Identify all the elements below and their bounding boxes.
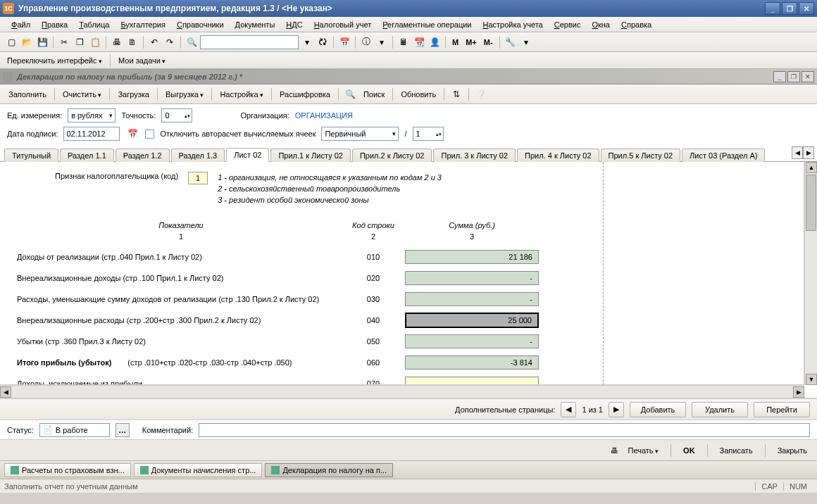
unit-select[interactable]: в рублях — [68, 108, 116, 122]
goto-page-button[interactable]: Перейти — [754, 402, 810, 417]
delete-page-button[interactable]: Удалить — [692, 402, 748, 417]
tab-title-page[interactable]: Титульный — [4, 149, 58, 162]
add-page-button[interactable]: Добавить — [630, 402, 686, 417]
value-cell[interactable]: - — [405, 292, 539, 306]
menu-nds[interactable]: НДС — [280, 18, 308, 31]
doc-minimize-button[interactable]: _ — [773, 71, 786, 82]
tab-sheet-03a[interactable]: Лист 03 (Раздел А) — [682, 149, 765, 162]
doc-close-button[interactable]: ✕ — [802, 71, 814, 82]
redo-icon[interactable]: ↷ — [163, 35, 177, 49]
scroll-thumb[interactable] — [806, 175, 816, 231]
tab-scroll-left-button[interactable]: ◀ — [792, 146, 803, 159]
search-button[interactable]: Поиск — [361, 89, 387, 100]
tab-app4-sheet02[interactable]: Прил. 4 к Листу 02 — [517, 149, 599, 162]
close-button[interactable]: ✕ — [799, 2, 814, 15]
help-icon[interactable]: ❔ — [474, 87, 488, 101]
info-icon[interactable]: ⓘ — [359, 35, 373, 49]
tab-app2-sheet02[interactable]: Прил.2 к Листу 02 — [352, 149, 432, 162]
date-picker-icon[interactable]: 📅 — [125, 127, 139, 141]
tab-section-1-3[interactable]: Раздел 1.3 — [171, 149, 225, 162]
task-accrual-docs[interactable]: Документы начисления стр... — [134, 463, 263, 477]
menu-routine[interactable]: Регламентные операции — [377, 18, 477, 31]
search-next-icon[interactable]: ▾ — [300, 35, 314, 49]
value-cell[interactable]: 25 000 — [405, 313, 539, 328]
user-icon[interactable]: 👤 — [428, 35, 442, 49]
menu-catalogs[interactable]: Справочники — [171, 18, 230, 31]
value-cell[interactable]: -3 814 — [405, 355, 539, 370]
pager-prev-button[interactable]: ◀ — [561, 402, 576, 417]
vertical-scrollbar[interactable]: ▲ ▼ — [804, 162, 817, 385]
horizontal-scrollbar[interactable]: ◀ ▶ — [0, 385, 804, 398]
memory-m-button[interactable]: M — [449, 38, 461, 46]
scroll-right-button[interactable]: ▶ — [793, 386, 804, 398]
task-insurance[interactable]: Расчеты по страховым взн... — [4, 463, 131, 477]
info-dd-icon[interactable]: ▾ — [375, 35, 389, 49]
scroll-up-button[interactable]: ▲ — [806, 162, 817, 173]
taxpayer-sign-code[interactable]: 1 — [188, 172, 208, 184]
switch-interface-button[interactable]: Переключить интерфейс — [4, 55, 105, 66]
value-cell[interactable]: - — [405, 377, 539, 385]
tab-app3-sheet02[interactable]: Прил. 3 к Листу 02 — [433, 149, 516, 162]
tab-sheet-02[interactable]: Лист 02 — [226, 148, 269, 162]
menu-accounting[interactable]: Бухгалтерия — [115, 18, 171, 31]
value-cell[interactable]: - — [405, 271, 539, 285]
ok-button[interactable]: OK — [680, 445, 698, 456]
doc-maximize-button[interactable]: ❐ — [787, 71, 800, 82]
date-icon[interactable]: 📆 — [412, 35, 426, 49]
menu-tax[interactable]: Налоговый учет — [308, 18, 378, 31]
tools-icon[interactable]: 🔧 — [504, 35, 518, 49]
save-button[interactable]: Записать — [717, 445, 756, 456]
preview-icon[interactable]: 🗎 — [125, 35, 139, 49]
decode-button[interactable]: Расшифровка — [277, 89, 333, 100]
setup-button[interactable]: Настройка — [217, 89, 266, 100]
menu-documents[interactable]: Документы — [230, 18, 281, 31]
task-tax-declaration[interactable]: Декларация по налогу на п... — [265, 463, 393, 477]
menu-file[interactable]: Файл — [6, 18, 36, 31]
minimize-button[interactable]: _ — [765, 2, 780, 15]
undo-icon[interactable]: ↶ — [147, 35, 161, 49]
memory-mplus-button[interactable]: M+ — [463, 38, 480, 46]
unload-button[interactable]: Выгрузка — [163, 89, 206, 100]
menu-service[interactable]: Сервис — [549, 18, 587, 31]
menu-windows[interactable]: Окна — [586, 18, 616, 31]
refresh-button[interactable]: Обновить — [398, 89, 439, 100]
tab-section-1-1[interactable]: Раздел 1.1 — [60, 149, 114, 162]
value-cell[interactable]: - — [405, 334, 539, 348]
refresh-icon[interactable]: 🗘 — [316, 35, 330, 49]
cut-icon[interactable]: ✂ — [57, 35, 71, 49]
load-button[interactable]: Загрузка — [115, 89, 151, 100]
menu-table[interactable]: Таблица — [73, 18, 115, 31]
calendar-icon[interactable]: 📅 — [337, 35, 351, 49]
prec-spinner[interactable]: 0 — [161, 108, 192, 122]
tab-app1-sheet02[interactable]: Прил.1 к Листу 02 — [270, 149, 351, 162]
copy-icon[interactable]: ❐ — [73, 35, 87, 49]
menu-settings[interactable]: Настройка учета — [478, 18, 549, 31]
value-cell[interactable]: 21 186 — [405, 250, 539, 264]
print-button[interactable]: Печать — [625, 445, 662, 456]
date-input[interactable]: 02.11.2012 — [63, 127, 120, 141]
maximize-button[interactable]: ❐ — [782, 2, 797, 15]
menu-edit[interactable]: Правка — [36, 18, 73, 31]
save-icon[interactable]: 💾 — [35, 35, 49, 49]
my-tasks-button[interactable]: Мои задачи — [116, 55, 168, 66]
calc-icon[interactable]: 🖩 — [397, 35, 411, 49]
memory-mminus-button[interactable]: M- — [481, 38, 496, 46]
print-icon[interactable]: 🖶 — [110, 35, 124, 49]
correction-no-spinner[interactable]: 1 — [413, 127, 444, 141]
comment-input[interactable] — [199, 423, 810, 437]
sort-icon[interactable]: ⇅ — [449, 87, 463, 101]
action-search-icon[interactable]: 🔍 — [344, 87, 358, 101]
tab-scroll-right-button[interactable]: ▶ — [803, 146, 814, 159]
tab-section-1-2[interactable]: Раздел 1.2 — [116, 149, 170, 162]
primary-select[interactable]: Первичный — [321, 127, 399, 141]
status-value-box[interactable]: 📄 В работе — [39, 423, 110, 437]
menu-help[interactable]: Справка — [616, 18, 657, 31]
search-input[interactable] — [200, 35, 299, 49]
paste-icon[interactable]: 📋 — [88, 35, 102, 49]
new-icon[interactable]: ▢ — [4, 35, 18, 49]
tools-dd-icon[interactable]: ▾ — [519, 35, 533, 49]
tab-app5-sheet02[interactable]: Прил.5 к Листу 02 — [601, 149, 681, 162]
disable-calc-checkbox[interactable] — [145, 130, 154, 139]
close-doc-button[interactable]: Закрыть — [775, 445, 810, 456]
scroll-down-button[interactable]: ▼ — [806, 374, 817, 385]
